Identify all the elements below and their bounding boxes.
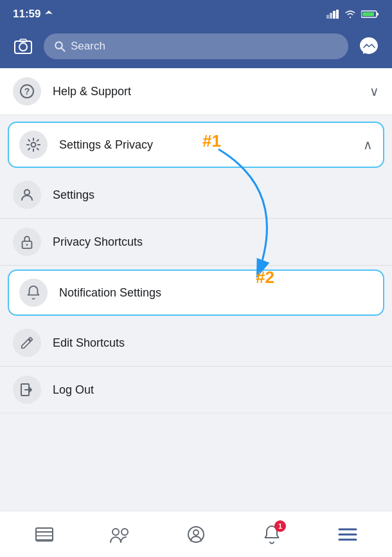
nav-item-friends[interactable]	[101, 515, 139, 554]
svg-rect-6	[377, 13, 379, 15]
menu-item-notification-settings[interactable]: Notification Settings	[8, 269, 384, 316]
app-header: Search	[0, 28, 392, 68]
settings-label: Settings	[53, 188, 379, 202]
settings-icon-circle	[19, 131, 48, 159]
notification-badge: 1	[274, 520, 286, 532]
signal-icon	[326, 10, 339, 19]
bell-icon-circle	[19, 278, 48, 307]
help-icon-circle: ?	[13, 77, 41, 105]
menu-item-help-support[interactable]: ? Help & Support ∨	[0, 68, 392, 115]
menu-item-log-out[interactable]: Log Out	[0, 367, 392, 414]
person-icon-circle	[13, 181, 41, 209]
search-placeholder: Search	[71, 40, 105, 53]
location-icon	[44, 10, 53, 19]
camera-button[interactable]	[10, 33, 36, 59]
camera-icon	[13, 37, 33, 55]
menu-nav-icon	[338, 527, 357, 542]
privacy-shortcuts-label: Privacy Shortcuts	[53, 235, 379, 249]
home-nav-icon	[35, 525, 54, 543]
svg-point-28	[193, 530, 199, 535]
pencil-icon-circle	[13, 329, 41, 357]
logout-icon	[19, 382, 35, 397]
svg-rect-4	[336, 10, 339, 19]
door-icon-circle	[13, 376, 41, 404]
battery-icon	[361, 10, 379, 19]
svg-rect-7	[362, 12, 374, 16]
svg-point-25	[112, 529, 119, 535]
settings-privacy-label: Settings & Privacy	[59, 138, 352, 152]
svg-rect-2	[330, 13, 332, 19]
gear-icon	[26, 137, 41, 152]
menu-item-privacy-shortcuts[interactable]: Privacy Shortcuts	[0, 219, 392, 266]
help-support-label: Help & Support	[53, 85, 358, 98]
svg-line-12	[62, 48, 65, 51]
svg-text:?: ?	[24, 86, 30, 96]
nav-item-menu[interactable]	[328, 515, 367, 554]
search-bar[interactable]: Search	[44, 33, 348, 59]
messenger-icon	[359, 36, 379, 57]
menu-item-edit-shortcuts[interactable]: Edit Shortcuts	[0, 320, 392, 367]
svg-marker-0	[46, 10, 53, 14]
svg-point-26	[121, 529, 128, 535]
edit-shortcuts-label: Edit Shortcuts	[53, 336, 379, 350]
wifi-icon	[344, 10, 356, 19]
status-time: 11:59	[13, 8, 53, 21]
question-mark-icon: ?	[19, 84, 35, 99]
lock-icon-circle	[13, 228, 41, 256]
bottom-nav: 1	[0, 511, 392, 557]
status-icons	[326, 10, 379, 19]
notification-settings-label: Notification Settings	[59, 286, 373, 300]
pencil-icon	[20, 336, 34, 350]
menu-list: ? Help & Support ∨ Settings & Privacy ∧	[0, 68, 392, 416]
menu-item-settings[interactable]: Settings	[0, 172, 392, 219]
bell-icon	[26, 285, 40, 300]
nav-item-notifications[interactable]: 1	[253, 515, 291, 554]
status-bar: 11:59	[0, 0, 392, 28]
menu-item-settings-privacy[interactable]: Settings & Privacy ∧	[8, 122, 384, 168]
search-icon	[54, 41, 66, 52]
svg-rect-21	[36, 528, 53, 541]
svg-point-15	[31, 143, 36, 147]
svg-point-9	[19, 43, 27, 51]
svg-rect-3	[333, 11, 335, 19]
help-chevron-icon: ∨	[370, 84, 379, 99]
log-out-label: Log Out	[53, 383, 379, 397]
messenger-button[interactable]	[356, 33, 382, 59]
person-icon	[19, 187, 35, 203]
svg-rect-1	[326, 15, 329, 19]
profile-nav-icon	[187, 525, 205, 543]
svg-point-18	[26, 244, 28, 246]
nav-item-home[interactable]	[25, 515, 64, 554]
friends-nav-icon	[109, 525, 131, 543]
nav-item-profile[interactable]	[177, 515, 215, 554]
lock-icon	[20, 234, 34, 250]
settings-privacy-chevron: ∧	[363, 137, 373, 152]
svg-point-16	[24, 190, 30, 195]
